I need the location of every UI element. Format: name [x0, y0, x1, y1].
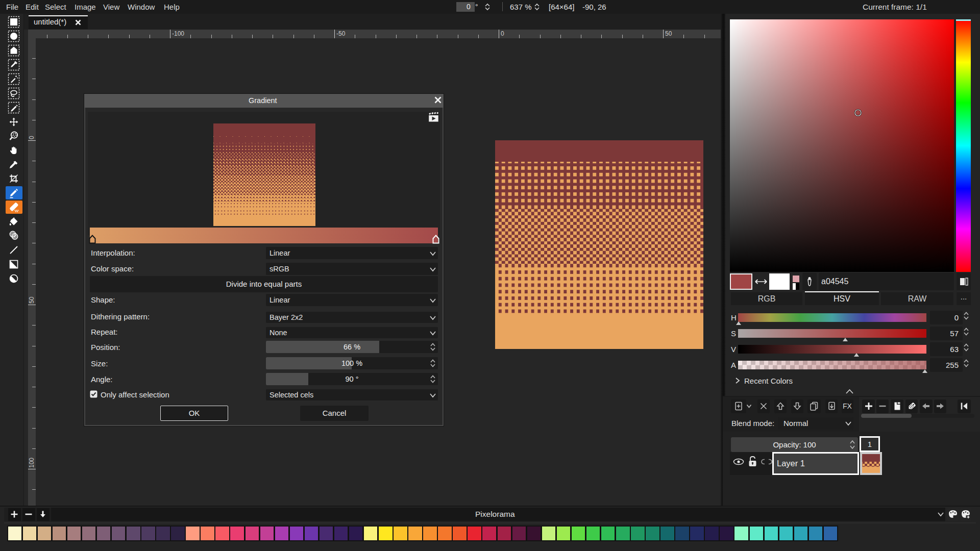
svg-text:FX: FX [843, 402, 852, 410]
